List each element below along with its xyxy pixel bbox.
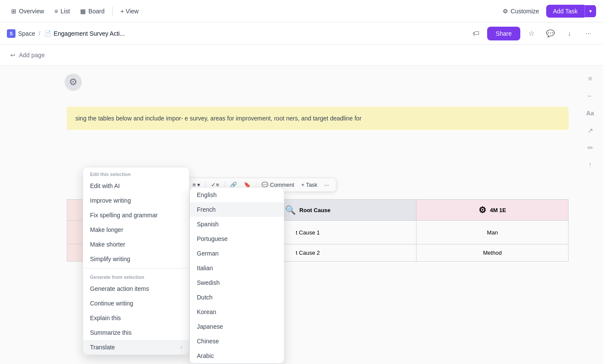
lang-german[interactable]: German	[190, 246, 284, 261]
lang-arabic[interactable]: Arabic	[190, 349, 284, 363]
lang-swedish[interactable]: Swedish	[190, 275, 284, 290]
breadcrumb-space[interactable]: S Space	[7, 29, 35, 38]
add-page-icon: ↩	[10, 52, 16, 59]
view-label: + View	[121, 8, 139, 15]
download-button[interactable]: ↓	[562, 26, 577, 41]
more-icon: ···	[585, 30, 591, 37]
download-icon: ↓	[568, 30, 571, 37]
translate-submenu: English French Spanish Portuguese German…	[190, 187, 284, 364]
doc-title: Engagement Survey Acti...	[54, 30, 125, 37]
nav-view[interactable]: + View	[116, 5, 143, 17]
translate-chevron-icon: ›	[180, 344, 182, 350]
translate-label: Translate	[90, 344, 115, 351]
lang-chinese[interactable]: Chinese	[190, 334, 284, 349]
menu-translate[interactable]: Translate ›	[83, 340, 189, 355]
improve-label: Improve writing	[90, 197, 131, 204]
space-label: Space	[18, 30, 35, 37]
action-items-label: Generate action items	[90, 285, 149, 292]
star-icon: ☆	[528, 29, 535, 37]
list-icon: ≡	[54, 8, 58, 15]
lang-spanish[interactable]: Spanish	[190, 217, 284, 231]
customize-label: Customize	[511, 8, 539, 15]
lang-portuguese[interactable]: Portuguese	[190, 231, 284, 246]
menu-action-items[interactable]: Generate action items	[83, 281, 189, 296]
gear-icon: ⚙	[503, 8, 508, 15]
customize-button[interactable]: ⚙ Customize	[497, 5, 544, 17]
lang-english[interactable]: English	[190, 188, 284, 202]
tag-button[interactable]: 🏷	[468, 26, 484, 41]
breadcrumb-separator: /	[39, 30, 40, 37]
menu-summarize[interactable]: Summarize this	[83, 325, 189, 340]
add-task-label: Add Task	[553, 8, 578, 15]
summarize-label: Summarize this	[90, 329, 131, 336]
lang-korean[interactable]: Korean	[190, 305, 284, 319]
tag-icon: 🏷	[472, 30, 479, 37]
add-task-chevron-button[interactable]: ▾	[584, 5, 596, 17]
simplify-label: Simplify writing	[90, 256, 130, 262]
menu-improve[interactable]: Improve writing	[83, 193, 189, 208]
main-area: ≡ ← Aa ↗ ✏ ↑ ⚙ sing the tables below and…	[0, 66, 603, 364]
add-page-bar: ↩ Add page	[0, 45, 603, 66]
comment-button[interactable]: 💬	[543, 26, 558, 41]
menu-fix[interactable]: Fix spelling and grammar	[83, 208, 189, 222]
menu-explain[interactable]: Explain this	[83, 311, 189, 325]
longer-label: Make longer	[90, 226, 123, 233]
top-navigation: ⊞ Overview ≡ List ▦ Board + View ⚙ Custo…	[0, 0, 603, 22]
comment-icon: 💬	[546, 29, 555, 37]
continue-label: Continue writing	[90, 300, 133, 307]
lang-italian[interactable]: Italian	[190, 261, 284, 275]
shorter-label: Make shorter	[90, 241, 125, 248]
share-label: Share	[496, 30, 512, 37]
fix-label: Fix spelling and grammar	[90, 212, 158, 219]
overview-icon: ⊞	[11, 8, 16, 15]
menu-simplify[interactable]: Simplify writing	[83, 252, 189, 266]
nav-board[interactable]: ▦ Board	[76, 5, 109, 17]
explain-label: Explain this	[90, 315, 121, 321]
add-task-group: Add Task ▾	[546, 5, 596, 18]
overview-label: Overview	[19, 8, 44, 15]
lang-french[interactable]: French	[190, 202, 284, 217]
add-page-label: Add page	[19, 52, 45, 59]
nav-divider	[112, 7, 113, 15]
breadcrumb-document[interactable]: 📄 Engagement Survey Acti...	[44, 30, 125, 37]
add-page-button[interactable]: ↩ Add page	[7, 50, 48, 60]
context-menu: Edit this selection Edit with AI Improve…	[83, 167, 190, 355]
menu-continue[interactable]: Continue writing	[83, 296, 189, 311]
lang-dutch[interactable]: Dutch	[190, 290, 284, 305]
add-task-button[interactable]: Add Task	[546, 5, 584, 18]
menu-longer[interactable]: Make longer	[83, 222, 189, 237]
nav-overview[interactable]: ⊞ Overview	[7, 5, 48, 17]
share-button[interactable]: Share	[487, 27, 520, 40]
breadcrumb-bar: S Space / 📄 Engagement Survey Acti... 🏷 …	[0, 22, 603, 45]
board-icon: ▦	[80, 8, 86, 15]
nav-list[interactable]: ≡ List	[50, 5, 74, 17]
menu-divider	[83, 268, 189, 268]
more-button[interactable]: ···	[581, 26, 596, 41]
menu-section-generate-label: Generate from selection	[83, 270, 189, 281]
lang-japanese[interactable]: Japanese	[190, 319, 284, 334]
board-label: Board	[88, 8, 104, 15]
list-label: List	[61, 8, 70, 15]
menu-section-edit-label: Edit this selection	[83, 167, 189, 179]
star-button[interactable]: ☆	[524, 26, 539, 41]
menu-shorter[interactable]: Make shorter	[83, 237, 189, 252]
menu-edit-ai[interactable]: Edit with AI	[83, 179, 189, 193]
edit-ai-label: Edit with AI	[90, 182, 120, 189]
doc-icon: 📄	[44, 30, 51, 37]
space-icon: S	[7, 29, 16, 38]
